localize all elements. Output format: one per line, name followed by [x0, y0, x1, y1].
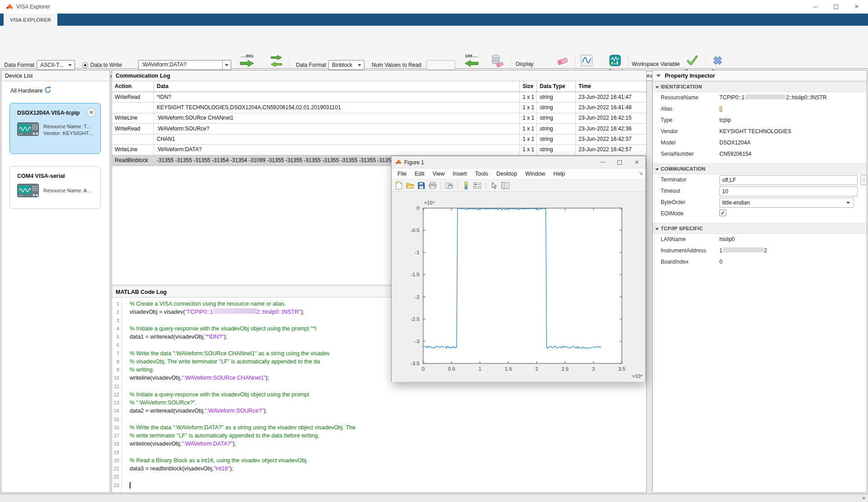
code-line-text: % Initiate a query-response with the vis… [130, 325, 317, 333]
inspector-row: BoardIndex0 [653, 256, 867, 268]
figure-menu-tools[interactable]: Tools [471, 169, 492, 179]
data-to-write-combo[interactable]: :WAVeform:DATA? [138, 60, 231, 70]
property-checkbox-eoimode[interactable]: ✓ [719, 209, 726, 216]
log-column-data[interactable]: Data [154, 81, 520, 92]
write-button[interactable] [240, 60, 254, 69]
code-line: 11 [112, 382, 646, 390]
code-line-text: data1 = writeread(visadevObj,"*IDN?"); [130, 333, 227, 341]
code-line: 21data3 = readbinblock(visadevObj,"int16… [112, 465, 646, 473]
code-segment: ":WAVeform:SOURce?" [205, 408, 263, 414]
figure-minimize-button[interactable] [594, 156, 611, 168]
print-figure-icon[interactable] [428, 181, 437, 190]
code-line-text: visadevObj = visadev("TCPIP0::12::hislip… [130, 308, 304, 316]
property-value: TCPIP0::12::hislip0::INSTR [719, 94, 826, 101]
writeread-button[interactable] [269, 55, 284, 69]
log-row[interactable]: CHAN11 x 1string23-Jun-2022 16:42:37 [112, 135, 646, 145]
figure-title-bar[interactable]: Figure 1 ✕ [392, 156, 645, 168]
code-line-text: % Initiate a query-response with the vis… [130, 390, 309, 399]
link-plot-icon[interactable] [445, 181, 454, 190]
log-column-time[interactable]: Time [576, 81, 646, 92]
log-column-action[interactable]: Action [112, 81, 154, 92]
code-line-number: 16 [112, 423, 119, 432]
save-figure-icon[interactable] [417, 181, 426, 190]
property-input-terminator[interactable]: off,LF [719, 175, 858, 185]
log-cell-data: :WAVeform:SOURce CHANnel1 [154, 113, 520, 123]
device-card-close-button[interactable]: ✕ [87, 108, 96, 117]
code-line-number: 8 [112, 358, 119, 366]
property-value: 0 [719, 259, 723, 265]
insert-legend-icon[interactable] [473, 181, 482, 190]
tab-visa-explorer[interactable]: VISA EXPLORER [4, 14, 57, 26]
read-button[interactable] [464, 60, 479, 69]
log-column-size[interactable]: Size [520, 81, 537, 92]
redacted-value [745, 94, 785, 99]
edit-plot-arrow-icon[interactable] [490, 181, 499, 190]
code-line-number: 14 [112, 407, 119, 415]
data-to-write-radio[interactable] [82, 62, 88, 68]
write-data-format-dropdown[interactable]: ASCII-T... [37, 60, 75, 70]
display-label: Display [516, 59, 533, 69]
property-more-button[interactable]: ⋮ [860, 175, 867, 185]
code-line-text: % write terminator "LF" is automatically… [130, 432, 319, 440]
property-value-part: TCPIP0::1 [719, 94, 744, 101]
oscilloscope-icon [17, 184, 39, 199]
log-row[interactable]: WriteRead:WAVeform:SOURce?1 x 1string23-… [112, 124, 646, 134]
scroll-more-icon[interactable]: » [862, 495, 865, 501]
device-card[interactable]: COM4 VISA-serialResource Name: A... [9, 166, 101, 209]
device-card[interactable]: DSOX1204A VISA-tcpip✕Resource Name: T...… [9, 103, 101, 154]
inspector-section-header[interactable]: IDENTIFICATION [653, 81, 867, 92]
window-close-button[interactable]: ✕ [846, 0, 867, 14]
code-segment: % Initiate a query-response with the vis… [130, 391, 309, 398]
figure-menu-insert[interactable]: Insert [449, 169, 471, 179]
figure-menu-help[interactable]: Help [549, 169, 569, 179]
figure-menu-desktop[interactable]: Desktop [492, 169, 521, 179]
code-line-number: 12 [112, 390, 119, 399]
figure-menu-file[interactable]: File [393, 169, 411, 179]
property-input-timeout[interactable]: 10 [719, 186, 858, 196]
read-data-format-dropdown[interactable]: Binblock [328, 60, 364, 70]
text-caret [130, 482, 131, 488]
num-values-label: Num Values to Read [372, 60, 421, 70]
window-maximize-button[interactable] [826, 0, 846, 14]
code-line-text: % Create a VISA connection using the res… [130, 300, 286, 308]
log-row[interactable]: KEYSIGHT TECHNOLOGIES,DSOX1204A,CN592061… [112, 102, 646, 113]
export-check-icon [686, 55, 698, 66]
device-card-detail-line: Resource Name: T... [43, 123, 93, 130]
export-button[interactable] [686, 55, 698, 68]
figure-menu-edit[interactable]: Edit [411, 169, 429, 179]
property-inspector-icon[interactable] [501, 181, 510, 190]
plot-button[interactable] [581, 55, 593, 68]
log-row[interactable]: WriteRead*IDN?1 x 1string23-Jun-2022 16:… [112, 92, 646, 102]
new-figure-icon[interactable] [394, 181, 403, 190]
figure-canvas[interactable]: 00.511.522.533.50-0.5-1-1.5-2-2.5-3-3.5×… [392, 192, 645, 382]
log-row[interactable]: WriteLine:WAVeform:DATA?1 x 1string23-Ju… [112, 145, 646, 155]
inspector-section-header[interactable]: TCP/IP SPECIFIC [653, 223, 867, 234]
clear-button[interactable] [556, 56, 569, 68]
log-cell-type: string [537, 135, 576, 144]
property-value: [] [719, 106, 723, 112]
window-minimize-button[interactable] [805, 0, 826, 14]
data-to-write-dropdown-button[interactable] [222, 60, 231, 70]
signal-analyzer-button[interactable] [609, 55, 621, 68]
close-session-button[interactable] [712, 55, 723, 68]
code-line-text: % ":WAVeform:SOURce?". [130, 399, 197, 407]
log-row[interactable]: WriteLine:WAVeform:SOURce CHANnel11 x 1s… [112, 113, 646, 124]
code-segment: 2::hislip0::INSTR" [257, 309, 301, 315]
figure-close-button[interactable]: ✕ [628, 156, 645, 168]
figure-dock-arrow-icon[interactable]: ↘ [639, 170, 643, 176]
figure-menu-window[interactable]: Window [521, 169, 549, 179]
figure-title: Figure 1 [404, 159, 424, 166]
code-line-number: 4 [112, 325, 119, 333]
inspector-section-header[interactable]: COMMUNICATION [653, 163, 867, 174]
log-column-data-type[interactable]: Data Type [537, 81, 576, 92]
figure-menu-view[interactable]: View [429, 169, 449, 179]
property-inspector-header[interactable]: Property Inspector [653, 70, 867, 81]
property-select-byteorder[interactable]: little-endian [719, 198, 854, 208]
flush-button[interactable] [491, 54, 504, 69]
property-inspector-panel: Property Inspector IDENTIFICATIONResourc… [652, 70, 867, 493]
figure-maximize-button[interactable] [611, 156, 628, 168]
num-values-input[interactable] [426, 60, 455, 70]
insert-colorbar-icon[interactable] [462, 181, 471, 190]
open-file-icon[interactable] [406, 181, 415, 190]
code-segment: ); [301, 309, 304, 315]
